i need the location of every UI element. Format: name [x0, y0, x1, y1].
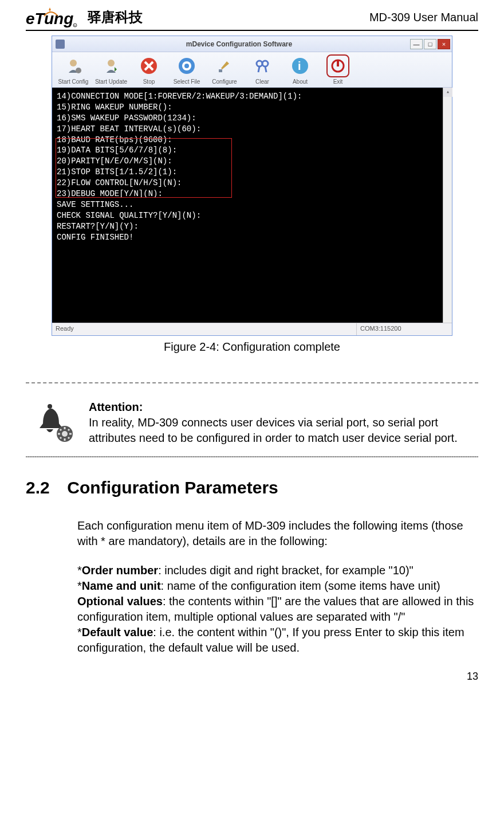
- svg-line-26: [68, 437, 69, 438]
- clear-button[interactable]: Clear: [245, 54, 280, 85]
- svg-text:eT: eT: [26, 10, 46, 28]
- terminal-line: CHECK SIGNAL QUALITY?[Y/N](N):: [57, 210, 447, 221]
- tool-label: Configure: [212, 79, 237, 85]
- intro-paragraph: Each configuration menu item of MD-309 i…: [77, 518, 478, 549]
- terminal-line: SAVE SETTINGS...: [57, 199, 447, 210]
- list-item: *Order number: includes digit and right …: [77, 563, 478, 578]
- divider: [26, 382, 478, 383]
- svg-text:R: R: [74, 24, 76, 27]
- terminal-line: RESTART?[Y/N](Y):: [57, 221, 447, 232]
- start-update-icon: [100, 54, 123, 77]
- scroll-up-icon[interactable]: ▴: [443, 88, 452, 97]
- resize-grip-icon[interactable]: [443, 323, 452, 335]
- list-item: Optional values: the contents within "[]…: [77, 594, 478, 625]
- terminal-line: 17)HEART BEAT INTERVAL(s)(60):: [57, 124, 447, 135]
- tool-label: Start Update: [95, 79, 127, 85]
- attention-heading: Attention:: [89, 401, 143, 413]
- window-title: mDevice Configuration Software: [68, 40, 410, 48]
- section-heading: 2.2 Configuration Parameters: [26, 478, 478, 497]
- list-item: *Name and unit: name of the configuratio…: [77, 578, 478, 594]
- page-header: eT ung R 驿唐科技 MD-309 User Manual: [26, 6, 478, 31]
- svg-point-18: [48, 404, 52, 409]
- svg-rect-11: [219, 69, 222, 72]
- terminal-line: 14)CONNECTION MODE[1:FOREVER/2:WAKEUP/3:…: [57, 91, 447, 102]
- manual-title: MD-309 User Manual: [369, 11, 478, 24]
- svg-point-4: [70, 60, 77, 66]
- svg-point-10: [184, 64, 189, 68]
- list-item: *Default value: i.e. the content within …: [77, 625, 478, 656]
- body-text: Each configuration menu item of MD-309 i…: [77, 518, 478, 656]
- svg-line-27: [60, 437, 61, 438]
- svg-point-13: [262, 61, 268, 66]
- toolbar: Start Config Start Update Stop Select Fi…: [52, 52, 452, 88]
- svg-point-20: [62, 431, 68, 437]
- svg-text:i: i: [298, 60, 301, 72]
- svg-text:ung: ung: [44, 10, 73, 28]
- attention-block: Attention: In reality, MD-309 connects u…: [26, 388, 478, 453]
- start-update-button[interactable]: Start Update: [93, 54, 129, 85]
- terminal-area: 14)CONNECTION MODE[1:FOREVER/2:WAKEUP/3:…: [52, 88, 452, 323]
- select-file-icon: [175, 54, 198, 77]
- svg-line-28: [68, 429, 69, 430]
- exit-button[interactable]: Exit: [320, 54, 356, 85]
- page-number: 13: [26, 671, 478, 683]
- stop-icon: [137, 54, 160, 77]
- tool-label: Select File: [174, 79, 200, 85]
- start-config-icon: [62, 54, 85, 77]
- configure-button[interactable]: Configure: [207, 54, 242, 85]
- terminal-line: CONFIG FINISHED!: [57, 232, 447, 243]
- attention-bell-gear-icon: [26, 399, 89, 446]
- logo-cn-text: 驿唐科技: [88, 8, 143, 26]
- start-config-button[interactable]: Start Config: [56, 54, 91, 85]
- close-button[interactable]: ×: [438, 39, 450, 49]
- exit-icon: [326, 54, 349, 77]
- about-button[interactable]: i About: [282, 54, 318, 85]
- minimize-button[interactable]: —: [410, 39, 423, 49]
- app-icon: [56, 40, 65, 49]
- logo-block: eT ung R 驿唐科技: [26, 6, 143, 29]
- configure-icon: [213, 54, 236, 77]
- tool-label: Stop: [143, 79, 155, 85]
- statusbar: Ready COM3:115200: [52, 323, 452, 335]
- tool-label: About: [293, 79, 308, 85]
- terminal-line: 15)RING WAKEUP NUMBER():: [57, 102, 447, 113]
- highlight-box: [56, 138, 232, 198]
- svg-rect-17: [337, 60, 339, 66]
- svg-point-6: [108, 60, 115, 66]
- tool-label: Exit: [333, 79, 343, 85]
- maximize-button[interactable]: □: [424, 39, 436, 49]
- section-number: 2.2: [26, 478, 62, 497]
- stop-button[interactable]: Stop: [131, 54, 167, 85]
- about-icon: i: [289, 54, 312, 77]
- titlebar: mDevice Configuration Software — □ ×: [52, 36, 452, 52]
- divider: [26, 456, 478, 457]
- status-com-port: COM3:115200: [357, 323, 443, 335]
- select-file-button[interactable]: Select File: [169, 54, 204, 85]
- terminal-line: 16)SMS WAKEUP PASSWORD(1234):: [57, 113, 447, 124]
- svg-line-25: [60, 429, 61, 430]
- clear-icon: [251, 54, 274, 77]
- attention-body: In reality, MD-309 connects user devices…: [89, 416, 458, 444]
- status-ready: Ready: [52, 323, 357, 335]
- tool-label: Clear: [255, 79, 269, 85]
- section-title: Configuration Parameters: [67, 478, 278, 497]
- svg-point-5: [76, 68, 81, 73]
- figure-caption: Figure 2-4: Configuration complete: [26, 340, 478, 354]
- tool-label: Start Config: [58, 79, 89, 85]
- app-window: mDevice Configuration Software — □ × Sta…: [52, 36, 452, 336]
- scrollbar[interactable]: ▴: [443, 88, 452, 323]
- etung-logo-icon: eT ung R: [26, 6, 77, 29]
